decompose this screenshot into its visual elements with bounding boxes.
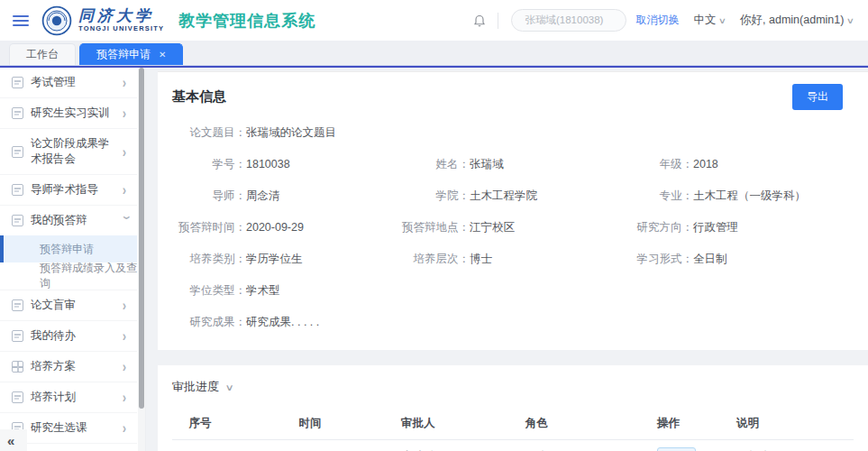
- cell-time: 2020/09/30 11:44:16: [228, 440, 392, 451]
- chevron-down-icon: ∨: [718, 16, 726, 25]
- field-training-category: 培养类别 学历学位生: [172, 251, 396, 267]
- user-menu[interactable]: 你好, admin(admin1) ∨: [740, 13, 854, 28]
- field-name: 姓名 张瑞域: [396, 156, 619, 172]
- tongji-logo-icon: [41, 5, 72, 36]
- sidebar-item-exam-management[interactable]: 考试管理 ›: [0, 68, 137, 98]
- sidebar-scrollbar-thumb[interactable]: [139, 68, 144, 409]
- chevron-right-icon: ›: [123, 182, 132, 198]
- sidebar-item-internship-training[interactable]: 研究生实习实训 ›: [0, 98, 137, 129]
- col-header-time: 时间: [228, 408, 392, 440]
- field-student-id: 学号 1810038: [172, 156, 396, 172]
- table-row: 1 2020/09/30 11:44:16 张瑞域 学生 提交 发起流程: [172, 440, 854, 451]
- app-window: 同济大学 TONGJI UNIVERSITY 教学管理信息系统 张瑞域(1810…: [0, 0, 868, 451]
- system-title: 教学管理信息系统: [178, 10, 315, 32]
- top-header: 同济大学 TONGJI UNIVERSITY 教学管理信息系统 张瑞域(1810…: [0, 0, 868, 41]
- col-header-seq: 序号: [172, 408, 228, 440]
- field-predefense-location: 预答辩地点 江宁校区: [396, 219, 619, 235]
- edit-icon: [12, 330, 23, 342]
- notification-bell-icon[interactable]: [472, 13, 487, 28]
- col-header-approver: 审批人: [392, 408, 516, 440]
- document-icon: [12, 107, 23, 119]
- document-icon: [12, 299, 23, 311]
- chevron-right-icon: ›: [123, 420, 132, 437]
- field-research-results: 研究成果 研究成果. . . . .: [172, 314, 843, 330]
- header-divider: [498, 13, 498, 29]
- sidebar-collapse-icon[interactable]: «: [0, 429, 27, 451]
- close-icon[interactable]: ✕: [159, 50, 166, 60]
- approval-table: 序号 时间 审批人 角色 操作 说明 1 2020/09/30 11:44:16: [172, 408, 854, 451]
- sidebar-item-training-program[interactable]: 培养方案 ›: [0, 352, 137, 382]
- chevron-right-icon: ›: [123, 143, 132, 160]
- cell-approver: 张瑞域: [392, 440, 516, 451]
- sidebar-item-thesis-stage-report[interactable]: 论文阶段成果学术报告会 ›: [0, 129, 137, 175]
- tab-bar: 工作台 预答辩申请 ✕: [0, 41, 868, 65]
- cell-seq: 1: [172, 440, 228, 451]
- cell-role: 学生: [516, 440, 648, 451]
- sidebar: 考试管理 › 研究生实习实训 › 论文阶段成果学术报告会 › 导师学术指导 ›: [0, 68, 146, 451]
- sidebar-scrollbar-track: [138, 68, 145, 451]
- chevron-right-icon: ›: [123, 359, 132, 375]
- sidebar-item-blind-review[interactable]: 论文盲审 ›: [0, 290, 137, 321]
- cancel-switch-link[interactable]: 取消切换: [635, 13, 679, 28]
- export-button[interactable]: 导出: [792, 84, 843, 110]
- field-grade: 年级 2018: [619, 156, 843, 172]
- language-label: 中文: [693, 13, 716, 28]
- university-name-en: TONGJI UNIVERSITY: [78, 25, 164, 32]
- tab-label: 工作台: [26, 47, 59, 62]
- field-study-form: 学习形式 全日制: [619, 251, 843, 267]
- field-major: 专业 土木工程（一级学科）: [619, 188, 843, 204]
- user-greeting-label: 你好, admin(admin1): [740, 13, 844, 28]
- approval-progress-header[interactable]: 审批进度 ∨: [172, 379, 854, 395]
- submit-action-badge[interactable]: 提交: [657, 447, 696, 451]
- chevron-down-icon: ∨: [225, 382, 234, 392]
- chevron-right-icon: ›: [123, 298, 132, 314]
- cell-note: 发起流程: [727, 440, 854, 451]
- document-icon: [12, 146, 23, 158]
- field-degree-type: 学位类型 学术型: [172, 282, 843, 299]
- sidebar-item-training-plan[interactable]: 培养计划 ›: [0, 382, 137, 413]
- sidebar-item-advisor-guidance[interactable]: 导师学术指导 ›: [0, 175, 137, 206]
- document-icon: [12, 215, 23, 226]
- chevron-right-icon: ›: [123, 390, 132, 406]
- sidebar-item-my-todo[interactable]: 我的待办 ›: [0, 321, 137, 352]
- hamburger-menu-icon[interactable]: [13, 15, 29, 26]
- sidebar-subitem-predefense-scores[interactable]: 预答辩成绩录入及查询: [0, 262, 137, 290]
- approval-progress-title: 审批进度: [172, 379, 219, 395]
- language-selector[interactable]: 中文 ∨: [693, 13, 726, 28]
- switched-user-pill[interactable]: 张瑞域(1810038): [511, 9, 626, 32]
- tab-workbench[interactable]: 工作台: [9, 43, 76, 65]
- field-predefense-time: 预答辩时间 2020-09-29: [172, 219, 396, 235]
- basic-info-title: 基本信息: [172, 88, 226, 106]
- university-name: 同济大学 TONGJI UNIVERSITY: [78, 8, 164, 32]
- chevron-down-icon: ›: [119, 216, 135, 225]
- chevron-right-icon: ›: [123, 75, 132, 91]
- basic-info-card: 基本信息 导出 论文题目 张瑞域的论文题目 学号 1810038 姓名: [158, 71, 868, 350]
- sidebar-subitem-predefense-application[interactable]: 预答辩申请: [0, 235, 137, 262]
- field-research-direction: 研究方向 行政管理: [619, 219, 843, 235]
- document-icon: [12, 184, 23, 196]
- document-icon: [12, 77, 23, 88]
- university-name-cn: 同济大学: [78, 8, 164, 23]
- chevron-right-icon: ›: [123, 106, 132, 122]
- chevron-down-icon: ∨: [846, 16, 854, 25]
- col-header-note: 说明: [727, 408, 854, 440]
- chevron-right-icon: ›: [123, 328, 132, 345]
- calendar-icon: [12, 391, 23, 403]
- col-header-role: 角色: [516, 408, 648, 440]
- sidebar-item-my-predefense[interactable]: 我的预答辩 ›: [0, 206, 137, 235]
- approval-progress-card: 审批进度 ∨ 序号 时间 审批人 角色 操作: [158, 365, 868, 451]
- grid-icon: [12, 361, 23, 373]
- tab-label: 预答辩申请: [96, 47, 151, 62]
- field-thesis-title: 论文题目 张瑞域的论文题目: [172, 124, 843, 141]
- main-content: 基本信息 导出 论文题目 张瑞域的论文题目 学号 1810038 姓名: [146, 68, 868, 451]
- field-training-level: 培养层次 博士: [396, 251, 619, 267]
- field-college: 学院 土木工程学院: [396, 188, 619, 204]
- field-advisor: 导师 周念清: [172, 188, 396, 204]
- col-header-action: 操作: [648, 408, 727, 440]
- tab-predefense-application[interactable]: 预答辩申请 ✕: [79, 43, 183, 65]
